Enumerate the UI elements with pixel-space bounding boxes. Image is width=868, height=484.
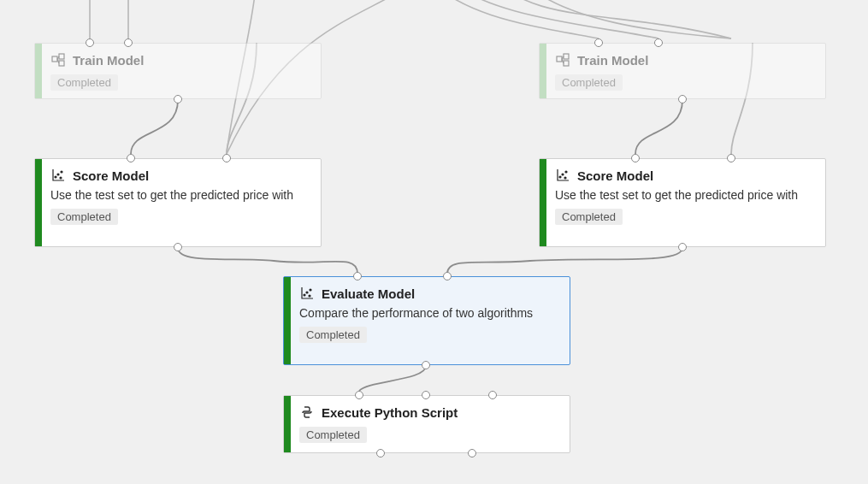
node-description: Use the test set to get the predicted pr… <box>555 188 815 202</box>
port-out[interactable] <box>422 361 430 369</box>
scatter-icon <box>50 168 66 183</box>
node-title: Score Model <box>73 168 149 183</box>
scatter-icon <box>555 168 570 183</box>
status-badge: Completed <box>299 327 367 343</box>
port-in[interactable] <box>594 38 603 47</box>
svg-rect-1 <box>59 54 64 59</box>
model-train-icon <box>50 52 66 68</box>
port-in[interactable] <box>443 272 452 280</box>
status-accent <box>284 277 291 364</box>
status-accent <box>540 44 546 98</box>
port-in[interactable] <box>422 391 430 399</box>
port-in[interactable] <box>631 154 640 162</box>
status-accent <box>35 159 42 246</box>
scatter-icon <box>299 286 315 301</box>
python-icon <box>299 404 315 420</box>
svg-point-16 <box>309 295 310 297</box>
port-in[interactable] <box>654 38 663 47</box>
node-title: Train Model <box>577 53 648 68</box>
node-score-model-right[interactable]: Score Model Use the test set to get the … <box>539 158 826 247</box>
node-title: Score Model <box>577 168 653 183</box>
port-in[interactable] <box>222 154 231 162</box>
port-out[interactable] <box>376 449 385 457</box>
port-out[interactable] <box>468 449 476 457</box>
svg-point-13 <box>565 171 567 173</box>
svg-point-17 <box>310 289 311 291</box>
port-in[interactable] <box>127 154 135 162</box>
svg-point-7 <box>57 174 59 175</box>
svg-rect-4 <box>564 54 569 59</box>
svg-point-14 <box>304 294 305 296</box>
status-badge: Completed <box>50 74 118 91</box>
port-out[interactable] <box>174 243 182 251</box>
port-in[interactable] <box>727 154 735 162</box>
node-description: Compare the performance of two algorithm… <box>299 306 559 320</box>
svg-point-6 <box>55 176 56 178</box>
node-description: Use the test set to get the predicted pr… <box>50 188 310 202</box>
port-in[interactable] <box>353 272 362 280</box>
node-train-model-left[interactable]: Train Model Completed <box>34 43 322 99</box>
node-train-model-right[interactable]: Train Model Completed <box>539 43 826 99</box>
status-badge: Completed <box>555 74 623 91</box>
status-accent <box>540 159 546 246</box>
svg-rect-0 <box>52 56 57 62</box>
port-in[interactable] <box>355 391 363 399</box>
node-title: Execute Python Script <box>322 405 458 420</box>
svg-point-12 <box>564 177 566 179</box>
status-badge: Completed <box>555 209 623 225</box>
status-accent <box>284 396 291 452</box>
svg-point-10 <box>559 176 561 178</box>
port-out[interactable] <box>678 243 687 251</box>
status-badge: Completed <box>299 427 367 443</box>
node-title: Evaluate Model <box>322 286 415 301</box>
node-title: Train Model <box>73 53 144 68</box>
status-badge: Completed <box>50 209 118 225</box>
svg-rect-5 <box>564 61 569 66</box>
svg-point-8 <box>60 177 62 179</box>
svg-point-11 <box>562 174 564 175</box>
model-train-icon <box>555 52 570 68</box>
port-out[interactable] <box>678 95 687 103</box>
port-out[interactable] <box>174 95 182 103</box>
svg-point-15 <box>306 292 308 293</box>
svg-rect-2 <box>59 61 64 66</box>
node-execute-python-script[interactable]: Execute Python Script Completed <box>283 395 570 453</box>
node-score-model-left[interactable]: Score Model Use the test set to get the … <box>34 158 322 247</box>
svg-point-9 <box>61 171 62 173</box>
port-in[interactable] <box>124 38 133 47</box>
node-evaluate-model[interactable]: Evaluate Model Compare the performance o… <box>283 276 570 365</box>
port-in[interactable] <box>488 391 497 399</box>
port-in[interactable] <box>86 38 94 47</box>
svg-rect-3 <box>557 56 562 62</box>
status-accent <box>35 44 42 98</box>
